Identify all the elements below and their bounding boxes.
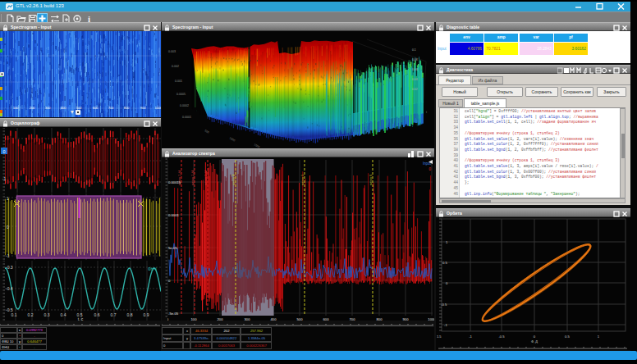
svg-text:0.003: 0.003 xyxy=(168,50,176,53)
svg-text:0.04: 0.04 xyxy=(412,78,418,81)
svg-text:0.002: 0.002 xyxy=(172,65,179,68)
svg-text:0.6: 0.6 xyxy=(94,312,100,317)
svg-text:0.8: 0.8 xyxy=(127,312,133,317)
svg-text:0.1: 0.1 xyxy=(412,48,416,52)
svg-text:0.0002: 0.0002 xyxy=(180,104,189,107)
svg-text:0.08: 0.08 xyxy=(412,58,418,61)
svg-text:0.0001: 0.0001 xyxy=(182,116,191,119)
svg-text:-1: -1 xyxy=(6,253,10,258)
svg-text:Ф, Д: Ф, Д xyxy=(531,339,538,344)
svg-text:0.0001: 0.0001 xyxy=(168,213,179,217)
svg-text:1.5: 1.5 xyxy=(437,334,442,339)
svg-text:0.02: 0.02 xyxy=(412,88,418,91)
svg-text:100: 100 xyxy=(13,106,19,110)
svg-text:-0.4: -0.4 xyxy=(6,286,13,291)
svg-text:-5e-05: -5e-05 xyxy=(168,312,179,316)
svg-text:400: 400 xyxy=(61,106,66,110)
svg-text:-1: -1 xyxy=(469,334,472,339)
svg-text:0.7: 0.7 xyxy=(111,312,117,317)
svg-text:1: 1 xyxy=(7,196,9,201)
svg-text:0.1: 0.1 xyxy=(11,312,17,317)
svg-text:1000: 1000 xyxy=(155,106,161,110)
svg-text:0.2: 0.2 xyxy=(28,312,34,317)
svg-text:0.0005: 0.0005 xyxy=(176,93,186,96)
svg-text:0: 0 xyxy=(2,149,5,154)
svg-text:t: t xyxy=(426,111,427,114)
svg-text:0.00015: 0.00015 xyxy=(168,180,181,184)
svg-text:-0.3: -0.3 xyxy=(6,265,13,270)
svg-text:метка 5: метка 5 xyxy=(301,175,305,185)
svg-text:метка 1 ∆f: метка 1 ∆f xyxy=(191,170,195,185)
svg-text:0.001: 0.001 xyxy=(175,80,182,83)
svg-text:600: 600 xyxy=(93,106,99,110)
svg-text:0.5: 0.5 xyxy=(565,334,570,339)
svg-text:-1: -1 xyxy=(2,176,7,181)
svg-text:-0.5: -0.5 xyxy=(441,303,447,307)
svg-text:800: 800 xyxy=(124,106,130,110)
svg-text:900: 900 xyxy=(140,106,146,110)
svg-text:метка 1 ∆f: метка 1 ∆f xyxy=(204,170,208,185)
svg-text:ФНЧ: ФНЧ xyxy=(148,266,157,271)
svg-text:200: 200 xyxy=(30,106,35,110)
svg-text:500: 500 xyxy=(76,106,82,110)
svg-text:0: 0 xyxy=(7,225,9,230)
svg-text:метка 6: метка 6 xyxy=(369,175,373,185)
svg-text:0.4: 0.4 xyxy=(61,312,66,317)
svg-text:0.5: 0.5 xyxy=(442,261,447,265)
svg-text:300: 300 xyxy=(45,106,51,110)
svg-text:5e-05: 5e-05 xyxy=(168,246,177,250)
svg-text:700: 700 xyxy=(108,106,114,110)
svg-text:метка 4: метка 4 xyxy=(232,175,236,185)
svg-text:0.3: 0.3 xyxy=(44,312,50,317)
svg-text:0.9: 0.9 xyxy=(144,312,149,317)
svg-text:0.06: 0.06 xyxy=(412,68,418,71)
svg-text:-0.5: -0.5 xyxy=(498,334,505,339)
